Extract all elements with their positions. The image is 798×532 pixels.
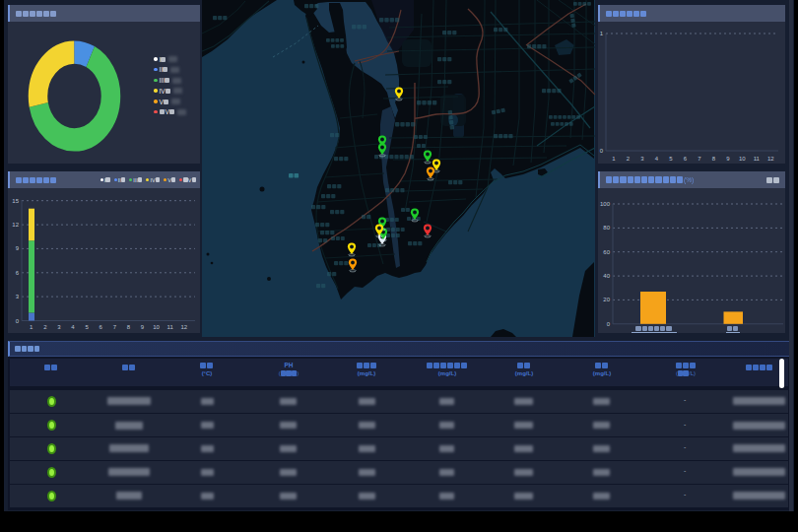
svg-text:100: 100: [600, 201, 611, 207]
svg-text:6: 6: [684, 156, 688, 162]
svg-text:5: 5: [669, 156, 673, 162]
svg-text:0: 0: [600, 148, 604, 154]
svg-text:8: 8: [127, 324, 131, 330]
svg-text:60: 60: [603, 249, 610, 255]
svg-text:1: 1: [600, 31, 604, 36]
svg-text:6: 6: [16, 270, 20, 276]
svg-text:4: 4: [71, 324, 75, 330]
svg-text:3: 3: [640, 156, 644, 162]
svg-text:5: 5: [85, 324, 89, 330]
svg-text:9: 9: [726, 156, 730, 162]
svg-text:12: 12: [12, 222, 19, 228]
svg-text:3: 3: [57, 324, 61, 330]
svg-text:8: 8: [712, 156, 716, 162]
svg-text:3: 3: [16, 294, 20, 299]
svg-text:11: 11: [754, 156, 761, 162]
svg-text:0: 0: [16, 318, 20, 324]
svg-text:2: 2: [43, 324, 47, 330]
svg-text:9: 9: [16, 245, 20, 251]
svg-text:0: 0: [607, 321, 611, 327]
svg-text:15: 15: [12, 198, 19, 204]
svg-text:10: 10: [153, 324, 160, 330]
svg-text:40: 40: [603, 273, 610, 279]
svg-text:4: 4: [655, 156, 659, 162]
svg-text:6: 6: [100, 324, 103, 330]
svg-text:1: 1: [30, 324, 33, 330]
svg-text:20: 20: [603, 297, 610, 302]
svg-text:7: 7: [113, 324, 117, 330]
svg-text:1: 1: [612, 156, 616, 162]
svg-text:2: 2: [627, 156, 631, 162]
svg-text:12: 12: [767, 156, 774, 162]
svg-text:12: 12: [180, 324, 187, 330]
svg-text:9: 9: [141, 324, 145, 330]
svg-text:80: 80: [603, 225, 610, 231]
svg-text:10: 10: [739, 156, 746, 162]
svg-text:7: 7: [698, 156, 701, 162]
svg-text:11: 11: [167, 324, 174, 330]
